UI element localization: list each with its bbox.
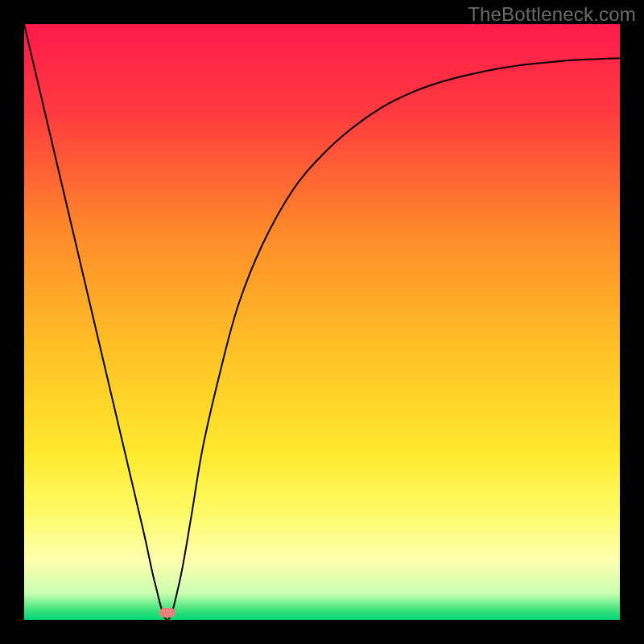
chart-frame: TheBottleneck.com [0, 0, 644, 644]
bottleneck-curve [24, 24, 620, 620]
watermark-text: TheBottleneck.com [468, 3, 636, 26]
optimum-marker [159, 608, 175, 617]
plot-area [24, 24, 620, 620]
